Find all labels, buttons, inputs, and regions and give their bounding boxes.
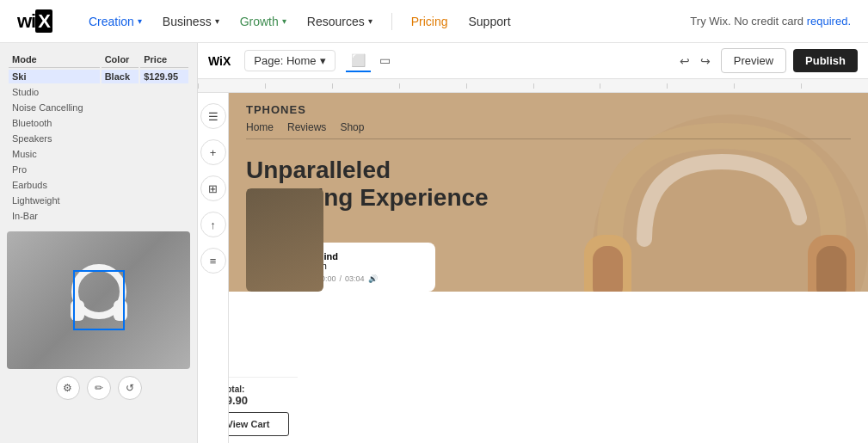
row-mode: Speakers [9,132,100,145]
nav-shop[interactable]: Shop [340,121,364,133]
nav-item-resources[interactable]: Resources ▾ [297,8,383,35]
row-mode: Earbuds [9,178,100,192]
editor-toolbar: WiX Page: Home ▾ ⬜ ▭ ↩ ↪ Preview Publish [198,43,868,79]
ruler-mark [734,83,801,89]
website-canvas: TPHONES Home Reviews Shop Unparalleled L… [229,93,868,443]
row-mode: In-Bar [9,209,100,223]
page-chevron-icon: ▾ [320,54,326,67]
artist-image [246,188,323,292]
row-mode: Bluetooth [9,116,100,130]
sidebar-item-grid[interactable]: ⊞ [200,175,226,201]
ruler-mark [198,83,265,89]
ruler-mark [332,83,399,89]
row-price [140,194,188,207]
row-price [140,116,188,130]
row-color [102,85,139,99]
nav-item-creation[interactable]: Creation ▾ [78,8,152,35]
table-row: Earbuds [9,178,188,192]
table-row: Speakers [9,132,188,145]
svg-rect-6 [593,246,623,292]
site-nav: Home Reviews Shop [246,121,851,139]
row-color [102,163,139,176]
site-canvas: TPHONES Home Reviews Shop Unparalleled L… [229,93,868,292]
ruler-mark [399,83,466,89]
nav-item-growth[interactable]: Growth ▾ [230,8,297,35]
wix-logo: wiX [17,10,52,33]
row-mode: Ski [9,70,100,83]
row-price [140,147,188,161]
col-price: Price [140,52,188,68]
sidebar-item-layers[interactable]: ≡ [200,248,226,274]
undo-redo-controls: ↩ ↪ [676,51,714,71]
ruler-mark [600,83,667,89]
row-mode: Studio [9,85,100,99]
row-color [102,178,139,192]
time-separator: / [340,274,342,283]
artist-placeholder [246,188,323,292]
table-row: Bluetooth [9,116,188,130]
site-header: TPHONES Home Reviews Shop [229,93,868,139]
ruler-mark [667,83,734,89]
canvas-area: ☰ + ⊞ ↑ ≡ [198,93,868,443]
nav-divider [391,13,392,30]
settings-tool-button[interactable]: ⚙ [56,376,80,400]
mobile-view-button[interactable]: ▭ [374,50,396,72]
sidebar-item-add[interactable]: + [200,139,226,165]
nav-reviews[interactable]: Reviews [287,121,326,133]
undo-button[interactable]: ↩ [676,51,693,71]
nav-item-business[interactable]: Business ▾ [152,8,230,35]
redo-button[interactable]: ↪ [697,51,714,71]
nav-item-support[interactable]: Support [459,8,521,35]
ruler-mark [265,83,332,89]
table-row: Ski Black $129.95 [9,70,188,83]
row-color [102,116,139,130]
volume-icon[interactable]: 🔊 [368,274,378,283]
canvas-sidebar: ☰ + ⊞ ↑ ≡ [198,93,229,443]
sidebar-item-upload[interactable]: ↑ [200,212,226,237]
panel-tools: ⚙ ✏ ↺ [7,376,190,400]
table-row: Noise Cancelling [9,101,188,114]
table-row: Lightweight [9,194,188,207]
row-price [140,163,188,176]
try-text: Try Wix. No credit card required. [690,15,851,28]
sidebar-item-document[interactable]: ☰ [200,103,226,129]
top-navigation: wiX Creation ▾ Business ▾ Growth ▾ Resou… [0,0,868,43]
desktop-view-button[interactable]: ⬜ [346,50,371,72]
row-color [102,147,139,161]
table-row: In-Bar [9,209,188,223]
row-mode: Pro [9,163,100,176]
row-mode: Lightweight [9,194,100,207]
row-color [102,101,139,114]
row-price [140,132,188,145]
row-color [102,209,139,223]
svg-rect-7 [816,246,846,292]
product-image-area [7,231,190,369]
preview-button[interactable]: Preview [721,48,786,73]
ruler-mark [466,83,533,89]
ruler-marks [198,83,868,89]
chevron-down-icon: ▾ [215,16,219,26]
site-brand: TPHONES [246,103,851,116]
col-color: Color [102,52,139,68]
nav-item-pricing[interactable]: Pricing [401,8,459,35]
chevron-down-icon: ▾ [138,16,142,26]
publish-button[interactable]: Publish [793,49,858,72]
table-row: Pro [9,163,188,176]
page-selector[interactable]: Page: Home ▾ [244,50,335,71]
row-mode: Noise Cancelling [9,101,100,114]
nav-home[interactable]: Home [246,121,274,133]
total-time: 03:04 [345,274,365,283]
refresh-tool-button[interactable]: ↺ [118,376,142,400]
editor-area: WiX Page: Home ▾ ⬜ ▭ ↩ ↪ Preview Publish… [198,43,868,443]
table-row: Studio [9,85,188,99]
row-mode: Music [9,147,100,161]
row-price [140,85,188,99]
edit-tool-button[interactable]: ✏ [87,376,111,400]
row-price [140,178,188,192]
ruler-mark [801,83,868,89]
editor-wix-logo: WiX [208,54,231,68]
properties-table: Mode Color Price Ski Black $129.95 Studi… [7,50,190,225]
nav-items: Creation ▾ Business ▾ Growth ▾ Resources… [78,8,521,35]
row-color: Black [102,70,139,83]
row-price [140,101,188,114]
